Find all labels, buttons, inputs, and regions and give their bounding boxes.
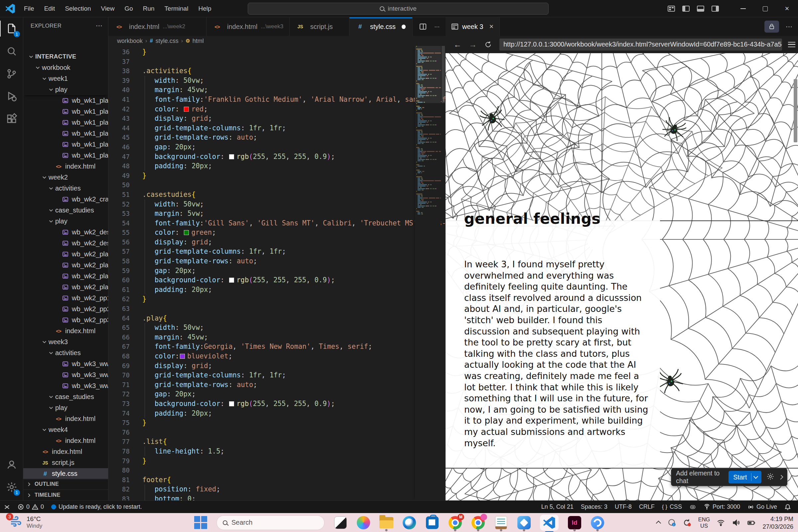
- search-sidebar-icon[interactable]: [0, 40, 23, 62]
- code-line[interactable]: 71 grid-template-rows: auto;: [108, 380, 445, 390]
- code-line[interactable]: 56 display: grid;: [108, 238, 445, 247]
- tab-style-css[interactable]: # style.css: [349, 17, 413, 36]
- tray-update-icon[interactable]: [683, 518, 691, 527]
- menu-item[interactable]: Edit: [40, 3, 59, 14]
- menu-item[interactable]: Selection: [61, 3, 95, 14]
- tree-file-index.html[interactable]: <>index.html: [23, 161, 108, 172]
- clock-widget[interactable]: 4:19 PM 27/03/2026: [762, 515, 793, 530]
- code-line[interactable]: 72 gap: 20px;: [108, 390, 445, 399]
- go-live[interactable]: Go Live: [744, 501, 781, 513]
- code-line[interactable]: 51.casestudies{: [108, 190, 445, 200]
- chrome-profile2-icon[interactable]: [471, 516, 485, 530]
- code-line[interactable]: 60 background-color: rgb(255, 255, 255, …: [108, 275, 445, 285]
- tray-overflow-icon[interactable]: [656, 521, 661, 526]
- code-line[interactable]: 75}: [108, 418, 445, 428]
- chrome-profile1-icon[interactable]: M: [448, 516, 462, 530]
- menu-item[interactable]: View: [97, 3, 119, 14]
- language-mode[interactable]: { }CSS: [658, 501, 686, 513]
- code-line[interactable]: 62}: [108, 294, 445, 304]
- code-line[interactable]: 47 background-color: rgb(255, 255, 255, …: [108, 152, 445, 162]
- tree-file-wb_wk2_play2.png[interactable]: wb_wk2_play2.png: [23, 260, 108, 271]
- tab-week3-browser[interactable]: week 3 ×: [445, 17, 500, 36]
- webview-scrollbar[interactable]: [794, 79, 797, 142]
- code-line[interactable]: 46 gap: 20px;: [108, 142, 445, 152]
- editor-scrollbar[interactable]: [441, 46, 445, 500]
- tree-file-wb_wk2_crazy8s.J...[interactable]: wb_wk2_crazy8s.J...: [23, 194, 108, 205]
- code-line[interactable]: 69 display: grid;: [108, 361, 445, 371]
- minimap[interactable]: [415, 46, 441, 500]
- close-tab-icon[interactable]: ×: [489, 22, 493, 31]
- remote-indicator[interactable]: [0, 501, 14, 513]
- tree-file-wb_wk2_play1.png[interactable]: wb_wk2_play1.png: [23, 249, 108, 260]
- browser-back-icon[interactable]: ←: [454, 40, 461, 49]
- toggle-sidebar-icon[interactable]: [682, 6, 690, 12]
- tree-file-wb_wk1_play5.png[interactable]: wb_wk1_play5.png: [23, 95, 108, 106]
- start-button[interactable]: Start: [728, 471, 761, 483]
- code-line[interactable]: 64.play{: [108, 314, 445, 323]
- breadcrumb-workbook[interactable]: workbook: [117, 38, 142, 44]
- tree-file-index.html[interactable]: <>index.html: [23, 413, 108, 424]
- source-control-icon[interactable]: [0, 62, 23, 85]
- code-line[interactable]: 57 grid-template-columns: 1fr, 1fr;: [108, 247, 445, 256]
- timeline-section[interactable]: TIMELINE: [23, 490, 108, 500]
- code-line[interactable]: 80: [108, 466, 445, 475]
- extensions-icon[interactable]: [0, 108, 23, 130]
- split-editor-icon[interactable]: [420, 24, 426, 30]
- code-line[interactable]: 45 grid-template-rows: auto;: [108, 133, 445, 142]
- close-button[interactable]: ×: [776, 0, 798, 17]
- code-line[interactable]: 53 margin: 5vw;: [108, 209, 445, 218]
- menu-item[interactable]: Help: [194, 3, 215, 14]
- edge-icon[interactable]: [402, 516, 416, 530]
- tree-file-wb_wk2_play3.png[interactable]: wb_wk2_play3.png: [23, 271, 108, 282]
- tree-file-wb_wk1_play6.png[interactable]: wb_wk1_play6.png: [23, 106, 108, 117]
- code-line[interactable]: 83 bottom: 0;: [108, 494, 445, 500]
- tree-file-wb_wk3_ww1.JPEG[interactable]: wb_wk3_ww1.JPEG: [23, 358, 108, 369]
- tree-file-wb_wk3_ww2.JPEG[interactable]: wb_wk3_ww2.JPEG: [23, 369, 108, 380]
- code-line[interactable]: 44 grid-template-columns: 1fr, 1fr;: [108, 124, 445, 133]
- indentation[interactable]: Spaces: 3: [577, 501, 611, 513]
- code-line[interactable]: 36}: [108, 47, 445, 57]
- code-line[interactable]: 81footer{: [108, 475, 445, 485]
- code-line[interactable]: 59 gap: 20px;: [108, 266, 445, 276]
- settings-gear-icon[interactable]: 1: [0, 476, 23, 498]
- indesign-icon[interactable]: Id: [568, 516, 582, 530]
- tree-folder-week3[interactable]: week3: [23, 337, 108, 347]
- breadcrumb-symbol[interactable]: html: [192, 38, 204, 44]
- code-line[interactable]: 70 grid-template-columns: 1fr, 1fr;: [108, 370, 445, 380]
- chevron-right-icon[interactable]: [778, 475, 783, 479]
- tree-folder-play[interactable]: play: [23, 402, 108, 413]
- tree-file-wb_wk2_pp2.JPEG[interactable]: wb_wk2_pp2.JPEG: [23, 304, 108, 315]
- code-line[interactable]: 49}: [108, 171, 445, 180]
- breadcrumb-file[interactable]: style.css: [156, 38, 178, 44]
- customize-layout-icon[interactable]: [668, 6, 675, 12]
- tree-file-script.js[interactable]: JSscript.js: [23, 457, 108, 468]
- tree-file-wb_wk1_play7.png[interactable]: wb_wk1_play7.png: [23, 117, 108, 128]
- code-line[interactable]: 65 width: 50vw;: [108, 323, 445, 332]
- tree-file-wb_wk2_pp3.JPEG[interactable]: wb_wk2_pp3.JPEG: [23, 315, 108, 325]
- encoding[interactable]: UTF-8: [611, 501, 635, 513]
- eol-sequence[interactable]: CRLF: [635, 501, 658, 513]
- code-line[interactable]: 55 color: green;: [108, 228, 445, 238]
- tree-folder-week4[interactable]: week4: [23, 424, 108, 435]
- tree-file-wb_wk1_play8.png[interactable]: wb_wk1_play8.png: [23, 128, 108, 139]
- vscode-taskbar-icon[interactable]: [540, 515, 558, 531]
- menu-item[interactable]: Go: [120, 3, 137, 14]
- outline-section[interactable]: OUTLINE: [23, 478, 108, 490]
- code-line[interactable]: 68 color:blueviolet;: [108, 352, 445, 361]
- code-line[interactable]: 40 margin: 45vw;: [108, 85, 445, 95]
- tab-index-html-week3[interactable]: <> index.html ...\week3: [207, 17, 290, 36]
- code-line[interactable]: 43 display: grid;: [108, 114, 445, 124]
- code-line[interactable]: 58 grid-template-rows: auto;: [108, 256, 445, 266]
- cursor-position[interactable]: Ln 5, Col 21: [538, 501, 577, 513]
- microsoft-store-icon[interactable]: [425, 516, 439, 530]
- lock-icon[interactable]: [764, 21, 779, 33]
- tree-file-wb_wk1_play10.png[interactable]: wb_wk1_play10.png: [23, 150, 108, 161]
- code-line[interactable]: 76: [108, 428, 445, 437]
- copilot-taskbar-icon[interactable]: [357, 516, 370, 530]
- browser-forward-icon[interactable]: →: [469, 40, 477, 49]
- code-line[interactable]: 52 width: 50vw;: [108, 200, 445, 209]
- minimap-slider[interactable]: [415, 46, 441, 103]
- code-line[interactable]: 48 padding: 20px;: [108, 161, 445, 171]
- tree-file-wb_wk1_play9.png[interactable]: wb_wk1_play9.png: [23, 139, 108, 150]
- tree-file-style.css[interactable]: #style.css: [23, 468, 108, 479]
